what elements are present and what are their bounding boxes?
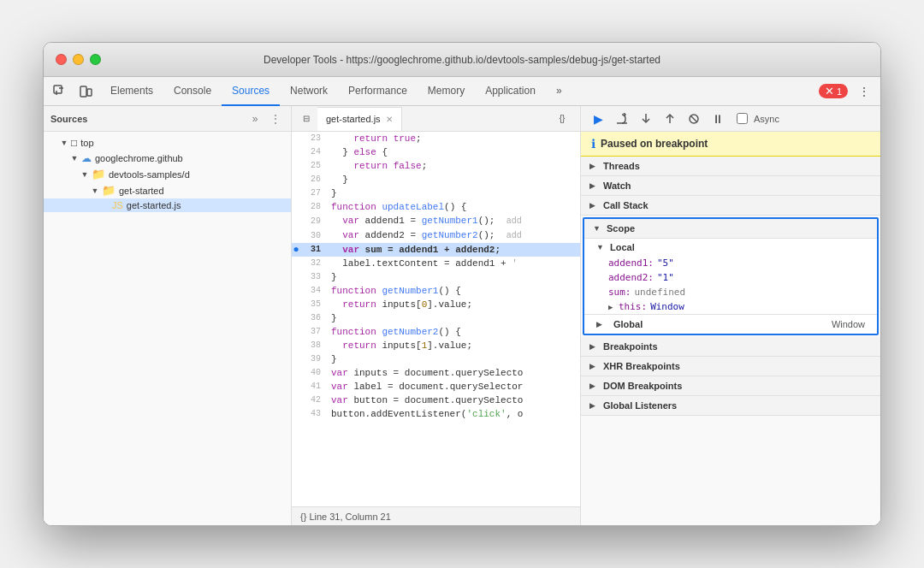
content: Sources » ⋮ ▼ □ top (44, 106, 880, 525)
code-line-42: 42 var button = document.querySelecto (292, 393, 580, 407)
code-line-41: 41 var label = document.querySelector (292, 380, 580, 393)
svg-line-7 (690, 115, 697, 122)
section-dom-breakpoints[interactable]: ▶ DOM Breakpoints (581, 376, 880, 396)
window-title: Developer Tools - https://googlechrome.g… (264, 54, 660, 66)
svg-rect-0 (54, 86, 62, 93)
callstack-label: Call Stack (603, 200, 649, 210)
tree-item-domain[interactable]: ▼ ☁ googlechrome.github (44, 151, 291, 166)
deactivate-breakpoints-button[interactable] (684, 109, 704, 129)
more-options-button[interactable]: ⋮ (853, 80, 875, 103)
breakpoint-banner: ℹ Paused on breakpoint (581, 132, 880, 157)
sidebar-icons: » ⋮ (246, 110, 284, 127)
tab-memory[interactable]: Memory (418, 77, 475, 106)
debugger-toolbar: ▶ ⏸ Async (581, 106, 880, 132)
scope-var-sum: sum: undefined (584, 285, 877, 299)
tree-item-samples[interactable]: ▼ 📁 devtools-samples/d (44, 166, 291, 182)
global-row[interactable]: ▶ Global Window (584, 314, 877, 334)
code-area[interactable]: 23 return true; 24 } else { 25 return fa… (292, 132, 580, 506)
threads-arrow-icon: ▶ (589, 162, 598, 170)
tree-item-get-started[interactable]: ▼ 📁 get-started (44, 182, 291, 198)
tab-performance[interactable]: Performance (338, 77, 418, 106)
right-sections: ▶ Threads ▶ Watch ▶ Call Stack ▼ (581, 157, 880, 525)
sum-value: undefined (635, 287, 686, 298)
tab-application[interactable]: Application (475, 77, 546, 106)
sidebar-label: Sources (50, 114, 87, 124)
close-button[interactable] (56, 54, 67, 65)
code-toolbar-right: {} (551, 108, 577, 130)
breakpoints-arrow-icon: ▶ (589, 342, 598, 351)
error-count: 1 (837, 86, 842, 97)
tab-sources[interactable]: Sources (222, 77, 280, 106)
toolbar-right: ✕ 1 ⋮ (819, 80, 875, 103)
dom-arrow-icon: ▶ (589, 382, 598, 390)
breakpoints-label: Breakpoints (603, 341, 658, 352)
breakpoint-message: Paused on breakpoint (601, 138, 708, 150)
close-tab-button[interactable]: ✕ (386, 115, 393, 124)
folder-icon-3: 📁 (102, 184, 116, 197)
callstack-arrow-icon: ▶ (589, 201, 598, 210)
tree-item-js[interactable]: JS get-started.js (44, 198, 291, 212)
device-toolbar-button[interactable] (74, 80, 97, 103)
code-line-35: 35 return inputs[0].value; (292, 298, 580, 311)
scope-section: ▼ Scope ▼ Local addend1: "5" addend2: " (583, 217, 879, 335)
format-button[interactable]: {} (551, 108, 573, 130)
section-call-stack[interactable]: ▶ Call Stack (581, 196, 880, 216)
section-threads[interactable]: ▶ Threads (581, 157, 880, 176)
error-badge: ✕ 1 (819, 84, 848, 98)
scope-var-addend1: addend1: "5" (584, 256, 877, 270)
tree-arrow-js (100, 200, 110, 210)
step-into-button[interactable] (636, 109, 656, 129)
pause-on-exception-button[interactable]: ⏸ (708, 109, 728, 129)
tab-network[interactable]: Network (280, 77, 338, 106)
step-out-button[interactable] (660, 109, 680, 129)
code-line-34: 34 function getNumber1() { (292, 284, 580, 298)
tab-console[interactable]: Console (163, 77, 222, 106)
local-label: Local (610, 242, 635, 252)
inspect-element-button[interactable] (49, 80, 71, 103)
tab-more[interactable]: » (546, 77, 572, 106)
tree-arrow-domain: ▼ (69, 153, 80, 163)
async-checkbox[interactable] (737, 113, 748, 124)
js-file-icon: JS (112, 200, 123, 210)
section-breakpoints[interactable]: ▶ Breakpoints (581, 337, 880, 357)
tree-item-top[interactable]: ▼ □ top (44, 135, 291, 151)
folder-icon: □ (71, 137, 77, 149)
tab-elements[interactable]: Elements (100, 77, 163, 106)
section-xhr-breakpoints[interactable]: ▶ XHR Breakpoints (581, 357, 880, 376)
this-arrow-icon: ▶ (608, 303, 617, 311)
section-watch[interactable]: ▶ Watch (581, 176, 880, 196)
code-line-43: 43 button.addEventListener('click', o (292, 407, 580, 421)
this-value: Window (650, 301, 684, 312)
code-line-32: 32 label.textContent = addend1 + ' (292, 257, 580, 270)
resume-button[interactable]: ▶ (588, 109, 608, 129)
xhr-arrow-icon: ▶ (589, 362, 598, 370)
code-line-37: 37 function getNumber2() { (292, 325, 580, 339)
code-line-39: 39 } (292, 352, 580, 366)
tree-arrow-top: ▼ (59, 138, 69, 148)
addend1-value: "5" (657, 257, 674, 269)
step-over-button[interactable] (612, 109, 632, 129)
breakpoint-31: ● (292, 243, 300, 257)
code-panel: ⊟ get-started.js ✕ {} 23 return true; (292, 106, 581, 525)
code-line-23: 23 return true; (292, 132, 580, 145)
scope-var-addend2: addend2: "1" (584, 270, 877, 285)
titlebar: Developer Tools - https://googlechrome.g… (44, 43, 880, 77)
sidebar: Sources » ⋮ ▼ □ top (44, 106, 292, 525)
minimize-button[interactable] (73, 54, 84, 65)
maximize-button[interactable] (90, 54, 101, 65)
sidebar-more-button[interactable]: » (246, 110, 264, 127)
sidebar-toolbar: Sources » ⋮ (44, 106, 291, 132)
code-line-28: 28 function updateLabel() { (292, 200, 580, 214)
addend2-name: addend2: (608, 272, 654, 283)
scope-header[interactable]: ▼ Scope (584, 219, 877, 239)
toggle-sidebar-button[interactable]: ⊟ (295, 108, 317, 130)
file-tab[interactable]: get-started.js ✕ (317, 107, 402, 131)
svg-rect-2 (87, 89, 92, 96)
cloud-icon: ☁ (81, 152, 92, 164)
code-line-30: 30 var addend2 = getNumber2(); add (292, 228, 580, 243)
sidebar-menu-button[interactable]: ⋮ (267, 110, 284, 127)
local-header[interactable]: ▼ Local (584, 239, 877, 256)
toolbar-tabs: Elements Console Sources Network Perform… (100, 77, 572, 105)
section-global-listeners[interactable]: ▶ Global Listeners (581, 396, 880, 416)
scope-var-this[interactable]: ▶ this: Window (584, 299, 877, 314)
